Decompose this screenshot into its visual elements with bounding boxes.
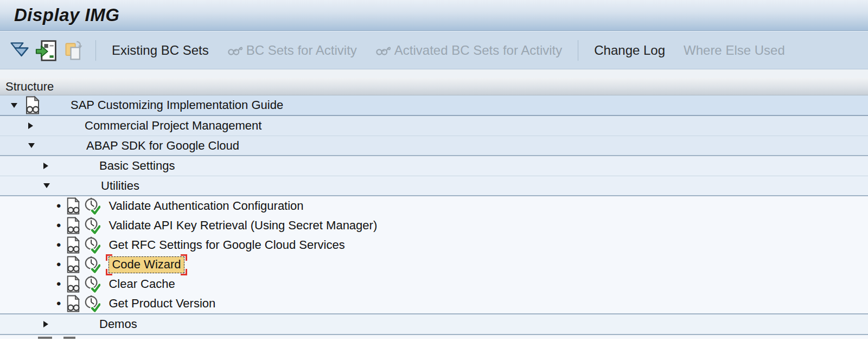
existing-bc-sets-button[interactable]: Existing BC Sets: [112, 43, 209, 58]
bullet-icon: •: [56, 258, 61, 271]
structure-header-label: Structure: [5, 80, 54, 94]
activity-label[interactable]: Validate Authentication Configuration: [108, 199, 303, 213]
button-label: Activated BC Sets for Activity: [394, 43, 562, 58]
cutoff-icon-fragment: [38, 337, 52, 339]
selection-bracket: [181, 254, 187, 261]
position-icon[interactable]: [8, 38, 31, 63]
double-triangle-icon: [9, 40, 30, 61]
structure-header: Structure: [0, 78, 868, 95]
selection-highlight[interactable]: Code Wizard: [108, 256, 184, 273]
tree-node-label[interactable]: Utilities: [101, 179, 139, 193]
tree-node[interactable]: Utilities: [0, 176, 868, 195]
tree-node-label[interactable]: Basic Settings: [99, 159, 175, 173]
img-doc-icon[interactable]: [66, 295, 81, 312]
expand-icon[interactable]: [43, 163, 48, 169]
img-doc-icon[interactable]: [66, 275, 81, 293]
activity-label[interactable]: Get Product Version: [108, 297, 215, 311]
tree-activity-row-selected[interactable]: • Code Wizard: [0, 255, 868, 274]
selection-bracket: [106, 269, 112, 275]
tree-node[interactable]: Basic Settings: [0, 156, 868, 176]
execute-activity-icon[interactable]: [84, 217, 100, 235]
expand-node-icon[interactable]: [35, 38, 59, 63]
page-title: Display IMG: [14, 5, 119, 25]
bullet-icon: •: [56, 278, 61, 291]
clipboard-copy-icon: [63, 39, 85, 62]
tree-node-label[interactable]: SAP Customizing Implementation Guide: [71, 98, 283, 112]
bullet-icon: •: [56, 200, 61, 213]
bullet-icon: •: [56, 219, 61, 232]
tree-node-label[interactable]: ABAP SDK for Google Cloud: [86, 139, 239, 153]
tree-node[interactable]: Commercial Project Management: [0, 116, 868, 136]
tree-activity-row[interactable]: • Validate Authentication Configuration: [0, 196, 868, 216]
img-doc-icon[interactable]: [24, 96, 41, 114]
execute-activity-icon[interactable]: [84, 236, 100, 254]
expand-icon[interactable]: [28, 123, 33, 129]
button-label: BC Sets for Activity: [246, 43, 357, 58]
tree-node[interactable]: Demos: [0, 314, 868, 334]
change-log-button[interactable]: Change Log: [594, 43, 665, 58]
activity-label[interactable]: Clear Cache: [108, 277, 175, 291]
selection-bracket: [181, 269, 187, 275]
execute-activity-icon[interactable]: [84, 295, 100, 313]
bullet-icon: •: [56, 297, 61, 310]
selection-bracket: [106, 254, 112, 261]
tree-band: Basic Settings Utilities: [0, 156, 868, 196]
toolbar-separator: [95, 40, 96, 61]
collapse-icon[interactable]: [28, 143, 35, 148]
tree-node-label[interactable]: Commercial Project Management: [85, 119, 261, 133]
where-else-used-button: Where Else Used: [684, 43, 785, 58]
activity-label[interactable]: Code Wizard: [112, 258, 181, 271]
tree-node[interactable]: ABAP SDK for Google Cloud: [0, 136, 868, 155]
toolbar-separator: [578, 40, 578, 61]
tree-band: Commercial Project Management ABAP SDK f…: [0, 116, 868, 156]
collapse-icon[interactable]: [43, 183, 50, 188]
window-titlebar: Display IMG: [0, 0, 868, 31]
activated-bc-sets-for-activity-button: Activated BC Sets for Activity: [375, 43, 562, 58]
application-toolbar: Existing BC Sets BC Sets for Activity Ac…: [0, 31, 868, 69]
img-doc-icon[interactable]: [66, 256, 81, 273]
tree-band: Demos: [0, 314, 868, 335]
tree-band-cutoff: [0, 335, 868, 339]
bc-sets-for-activity-button: BC Sets for Activity: [227, 43, 357, 58]
img-doc-icon[interactable]: [66, 217, 81, 234]
tree-band-activities: • Validate Authentication Configuration …: [0, 196, 868, 314]
tree-activity-row[interactable]: • Get RFC Settings for Google Cloud Serv…: [0, 235, 868, 255]
activity-label[interactable]: Validate API Key Retrieval (Using Secret…: [108, 218, 377, 233]
execute-activity-icon[interactable]: [84, 256, 100, 274]
glasses-icon: [227, 43, 244, 57]
toolbar-gap: [0, 69, 868, 78]
tree-activity-row[interactable]: • Get Product Version: [0, 294, 868, 313]
execute-activity-icon[interactable]: [84, 197, 100, 215]
copy-icon: [62, 38, 86, 63]
bullet-icon: •: [56, 239, 61, 252]
execute-activity-icon[interactable]: [84, 275, 100, 293]
glasses-icon: [375, 43, 392, 57]
activity-label[interactable]: Get RFC Settings for Google Cloud Servic…: [108, 238, 344, 252]
img-doc-icon[interactable]: [66, 236, 81, 254]
tree-activity-row[interactable]: • Validate API Key Retrieval (Using Secr…: [0, 216, 868, 235]
img-tree: SAP Customizing Implementation Guide Com…: [0, 95, 868, 339]
document-arrow-icon: [35, 38, 58, 62]
cutoff-icon-fragment: [63, 337, 75, 339]
tree-node-label[interactable]: Demos: [99, 317, 137, 331]
expand-icon[interactable]: [43, 321, 48, 327]
img-doc-icon[interactable]: [66, 197, 81, 215]
tree-activity-row[interactable]: • Clear Cache: [0, 274, 868, 294]
collapse-icon[interactable]: [11, 103, 17, 108]
tree-node-root[interactable]: SAP Customizing Implementation Guide: [0, 95, 868, 115]
tree-band: SAP Customizing Implementation Guide: [0, 95, 868, 116]
